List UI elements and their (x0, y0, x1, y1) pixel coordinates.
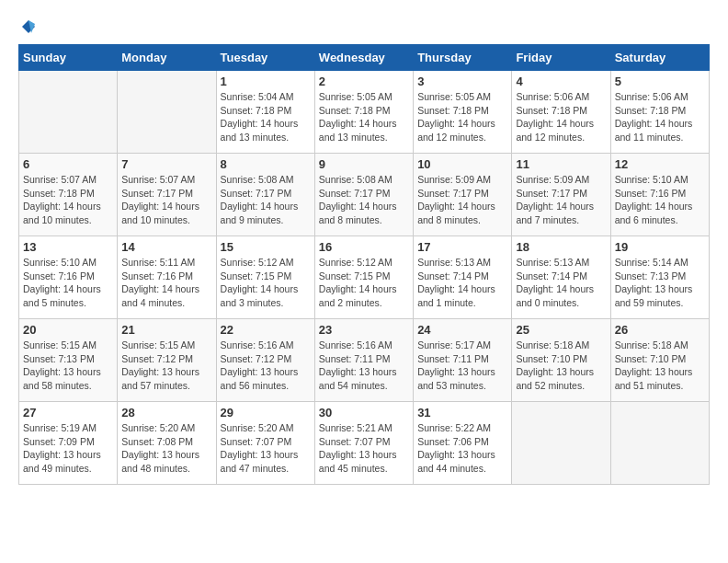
calendar-cell (118, 71, 216, 154)
day-number: 8 (221, 157, 311, 171)
day-details: Sunrise: 5:12 AMSunset: 7:15 PMDaylight:… (319, 256, 409, 310)
weekday-header: Wednesday (314, 45, 413, 71)
day-number: 19 (615, 240, 705, 254)
calendar-cell: 30Sunrise: 5:21 AMSunset: 7:07 PMDayligh… (314, 402, 413, 485)
calendar-cell: 7Sunrise: 5:07 AMSunset: 7:17 PMDaylight… (118, 154, 216, 236)
calendar-cell: 23Sunrise: 5:16 AMSunset: 7:11 PMDayligh… (314, 319, 413, 402)
calendar-cell (512, 402, 610, 485)
calendar-cell: 31Sunrise: 5:22 AMSunset: 7:06 PMDayligh… (414, 402, 512, 485)
day-details: Sunrise: 5:22 AMSunset: 7:06 PMDaylight:… (417, 421, 507, 476)
calendar-cell: 3Sunrise: 5:05 AMSunset: 7:18 PMDaylight… (414, 71, 512, 154)
calendar-cell: 2Sunrise: 5:05 AMSunset: 7:18 PMDaylight… (314, 71, 413, 154)
day-number: 12 (615, 157, 705, 171)
weekday-header: Monday (118, 45, 216, 71)
weekday-header: Tuesday (216, 45, 314, 71)
calendar-cell: 18Sunrise: 5:13 AMSunset: 7:14 PMDayligh… (512, 236, 610, 319)
day-number: 22 (221, 323, 311, 337)
calendar-cell: 16Sunrise: 5:12 AMSunset: 7:15 PMDayligh… (314, 236, 413, 319)
day-number: 1 (221, 75, 311, 88)
calendar-week-row: 20Sunrise: 5:15 AMSunset: 7:13 PMDayligh… (19, 319, 710, 402)
calendar-header-row: SundayMondayTuesdayWednesdayThursdayFrid… (19, 45, 710, 71)
day-details: Sunrise: 5:10 AMSunset: 7:16 PMDaylight:… (615, 173, 705, 227)
calendar-cell: 26Sunrise: 5:18 AMSunset: 7:10 PMDayligh… (610, 319, 709, 402)
day-number: 15 (221, 240, 311, 254)
day-number: 16 (319, 240, 409, 254)
day-number: 3 (417, 75, 507, 88)
day-number: 5 (615, 75, 705, 88)
logo (18, 18, 37, 35)
calendar-cell: 10Sunrise: 5:09 AMSunset: 7:17 PMDayligh… (414, 154, 512, 236)
calendar-cell: 27Sunrise: 5:19 AMSunset: 7:09 PMDayligh… (19, 402, 118, 485)
calendar-cell: 9Sunrise: 5:08 AMSunset: 7:17 PMDaylight… (314, 154, 413, 236)
day-number: 27 (23, 406, 113, 419)
day-number: 29 (221, 406, 311, 419)
day-details: Sunrise: 5:13 AMSunset: 7:14 PMDaylight:… (417, 256, 507, 310)
calendar-cell: 25Sunrise: 5:18 AMSunset: 7:10 PMDayligh… (512, 319, 610, 402)
day-number: 18 (516, 240, 606, 254)
day-number: 6 (23, 157, 113, 171)
day-number: 30 (319, 406, 409, 419)
day-details: Sunrise: 5:09 AMSunset: 7:17 PMDaylight:… (516, 173, 606, 227)
calendar-cell: 19Sunrise: 5:14 AMSunset: 7:13 PMDayligh… (610, 236, 709, 319)
calendar-cell: 21Sunrise: 5:15 AMSunset: 7:12 PMDayligh… (118, 319, 216, 402)
day-number: 25 (516, 323, 606, 337)
day-number: 14 (121, 240, 211, 254)
day-details: Sunrise: 5:20 AMSunset: 7:07 PMDaylight:… (221, 421, 311, 476)
calendar-cell: 28Sunrise: 5:20 AMSunset: 7:08 PMDayligh… (118, 402, 216, 485)
calendar-cell: 13Sunrise: 5:10 AMSunset: 7:16 PMDayligh… (19, 236, 118, 319)
calendar-cell: 6Sunrise: 5:07 AMSunset: 7:18 PMDaylight… (19, 154, 118, 236)
day-details: Sunrise: 5:15 AMSunset: 7:12 PMDaylight:… (121, 339, 211, 393)
day-details: Sunrise: 5:18 AMSunset: 7:10 PMDaylight:… (516, 339, 606, 393)
day-number: 11 (516, 157, 606, 171)
calendar-cell (610, 402, 709, 485)
calendar-cell (19, 71, 118, 154)
day-number: 23 (319, 323, 409, 337)
calendar-cell: 5Sunrise: 5:06 AMSunset: 7:18 PMDaylight… (610, 71, 709, 154)
day-details: Sunrise: 5:07 AMSunset: 7:18 PMDaylight:… (23, 173, 113, 227)
day-number: 13 (23, 240, 113, 254)
day-details: Sunrise: 5:12 AMSunset: 7:15 PMDaylight:… (221, 256, 311, 310)
calendar-week-row: 6Sunrise: 5:07 AMSunset: 7:18 PMDaylight… (19, 154, 710, 236)
calendar-cell: 17Sunrise: 5:13 AMSunset: 7:14 PMDayligh… (414, 236, 512, 319)
calendar-cell: 15Sunrise: 5:12 AMSunset: 7:15 PMDayligh… (216, 236, 314, 319)
day-details: Sunrise: 5:05 AMSunset: 7:18 PMDaylight:… (417, 90, 507, 144)
day-details: Sunrise: 5:08 AMSunset: 7:17 PMDaylight:… (319, 173, 409, 227)
day-details: Sunrise: 5:19 AMSunset: 7:09 PMDaylight:… (23, 421, 113, 476)
weekday-header: Sunday (19, 45, 118, 71)
day-number: 9 (319, 157, 409, 171)
day-details: Sunrise: 5:11 AMSunset: 7:16 PMDaylight:… (121, 256, 211, 310)
page-header (18, 18, 710, 35)
weekday-header: Friday (512, 45, 610, 71)
day-number: 31 (417, 406, 507, 419)
calendar-cell: 1Sunrise: 5:04 AMSunset: 7:18 PMDaylight… (216, 71, 314, 154)
day-details: Sunrise: 5:07 AMSunset: 7:17 PMDaylight:… (121, 173, 211, 227)
day-details: Sunrise: 5:04 AMSunset: 7:18 PMDaylight:… (221, 90, 311, 144)
day-details: Sunrise: 5:16 AMSunset: 7:12 PMDaylight:… (221, 339, 311, 393)
day-details: Sunrise: 5:06 AMSunset: 7:18 PMDaylight:… (615, 90, 705, 144)
calendar-cell: 11Sunrise: 5:09 AMSunset: 7:17 PMDayligh… (512, 154, 610, 236)
day-details: Sunrise: 5:17 AMSunset: 7:11 PMDaylight:… (417, 339, 507, 393)
day-details: Sunrise: 5:18 AMSunset: 7:10 PMDaylight:… (615, 339, 705, 393)
day-number: 10 (417, 157, 507, 171)
logo-icon (20, 18, 37, 35)
day-number: 28 (121, 406, 211, 419)
day-details: Sunrise: 5:14 AMSunset: 7:13 PMDaylight:… (615, 256, 705, 310)
calendar-cell: 22Sunrise: 5:16 AMSunset: 7:12 PMDayligh… (216, 319, 314, 402)
calendar-cell: 24Sunrise: 5:17 AMSunset: 7:11 PMDayligh… (414, 319, 512, 402)
day-details: Sunrise: 5:10 AMSunset: 7:16 PMDaylight:… (23, 256, 113, 310)
day-number: 24 (417, 323, 507, 337)
weekday-header: Thursday (414, 45, 512, 71)
day-details: Sunrise: 5:13 AMSunset: 7:14 PMDaylight:… (516, 256, 606, 310)
day-details: Sunrise: 5:09 AMSunset: 7:17 PMDaylight:… (417, 173, 507, 227)
day-details: Sunrise: 5:21 AMSunset: 7:07 PMDaylight:… (319, 421, 409, 476)
calendar-week-row: 27Sunrise: 5:19 AMSunset: 7:09 PMDayligh… (19, 402, 710, 485)
day-number: 17 (417, 240, 507, 254)
day-number: 7 (121, 157, 211, 171)
day-number: 2 (319, 75, 409, 88)
calendar-week-row: 1Sunrise: 5:04 AMSunset: 7:18 PMDaylight… (19, 71, 710, 154)
day-details: Sunrise: 5:15 AMSunset: 7:13 PMDaylight:… (23, 339, 113, 393)
calendar-week-row: 13Sunrise: 5:10 AMSunset: 7:16 PMDayligh… (19, 236, 710, 319)
calendar-cell: 12Sunrise: 5:10 AMSunset: 7:16 PMDayligh… (610, 154, 709, 236)
calendar-cell: 20Sunrise: 5:15 AMSunset: 7:13 PMDayligh… (19, 319, 118, 402)
day-number: 21 (121, 323, 211, 337)
